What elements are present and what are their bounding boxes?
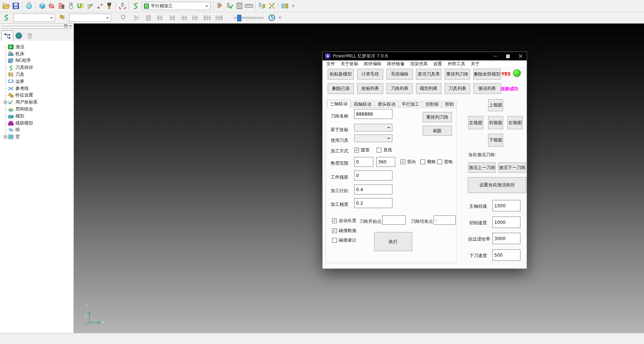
step-forward-icon[interactable] (167, 13, 177, 22)
toolpath-pattern-icon[interactable] (47, 1, 57, 11)
toolbar-close-icon[interactable]: ✕ (277, 15, 283, 20)
start-point-input[interactable] (382, 215, 406, 225)
tab-explorer-tree[interactable] (1, 31, 13, 41)
end-point-input[interactable] (434, 215, 456, 225)
pause-icon[interactable] (143, 13, 153, 22)
save-icon[interactable] (11, 1, 21, 11)
tab-explorer-trash[interactable] (24, 31, 35, 41)
toolpath-name-input[interactable] (354, 109, 392, 119)
menu-file[interactable]: 文件 (326, 61, 335, 67)
tree-item-nc-program[interactable]: NC程序 (0, 57, 74, 64)
tool-holder-icon[interactable] (104, 1, 114, 11)
coord-select[interactable] (354, 124, 392, 131)
view-top-button[interactable]: 上视图 (488, 99, 503, 111)
tab-help[interactable]: 帮助 (442, 101, 457, 108)
tree-item-group[interactable]: 组 (0, 127, 74, 134)
rearrange-button[interactable]: 重排列刀路 (423, 112, 452, 122)
speed-dial-icon[interactable] (267, 13, 277, 22)
calc-block-button[interactable]: 计算毛坯 (357, 69, 383, 80)
activate-prev-button[interactable]: 激活上一刀路 (468, 162, 496, 173)
view-right-button[interactable]: 右视图 (508, 116, 523, 129)
calculator-icon[interactable] (235, 1, 244, 11)
spindle-speed-input[interactable] (492, 200, 520, 211)
tree-item-pattern[interactable]: 参考线 (0, 85, 74, 92)
panel-grip[interactable]: × (0, 24, 74, 29)
tool-fire-icon[interactable] (216, 1, 225, 11)
rewind-icon[interactable] (179, 13, 188, 22)
toolbar-close-icon[interactable]: ✕ (290, 3, 296, 8)
go-start-icon[interactable] (202, 13, 212, 22)
tree-item-model[interactable]: 模型 (0, 113, 74, 120)
collision-avoid-checkbox[interactable]: 碰撞避让 (332, 237, 356, 243)
menu-render-sim[interactable]: 渲染仿真 (410, 61, 428, 67)
tool-library-button[interactable]: 星河刀具库 (416, 69, 441, 80)
climb-checkbox[interactable]: 顺铣 (420, 159, 436, 165)
tool-check-icon[interactable] (225, 1, 235, 11)
nc-list-icon[interactable] (57, 1, 66, 11)
tool-duo-icon[interactable] (280, 1, 290, 11)
menu-about[interactable]: 关于 (471, 61, 480, 67)
skim-feed-input[interactable] (492, 233, 520, 244)
model-list-button[interactable]: 模型列表 (416, 83, 441, 94)
tab-saw[interactable]: 切割锯 (423, 101, 442, 108)
tab-explorer-world[interactable] (13, 31, 24, 41)
menu-path-mirror[interactable]: 路径镜像 (387, 61, 405, 67)
menu-external-tools[interactable]: 外部工具 (448, 61, 465, 67)
open-folder-icon[interactable] (1, 1, 11, 11)
stock-input[interactable] (354, 171, 392, 180)
paste-new-model-button[interactable]: 粘贴新模型 (328, 69, 354, 80)
drive-list-button[interactable]: 驱动列表 (473, 83, 501, 94)
expand-icon[interactable] (4, 101, 7, 104)
tree-item-levels[interactable]: 层和组合 (0, 106, 74, 113)
tree-item-toolpath[interactable]: 刀具路径 (0, 64, 74, 71)
block-edit-button[interactable]: 毛坯编辑 (387, 69, 413, 80)
speed-slider[interactable] (234, 17, 263, 19)
bulb-icon[interactable] (118, 13, 128, 22)
toolpath-spiral-icon[interactable] (131, 1, 140, 11)
execute-button[interactable]: 执行 (374, 232, 412, 251)
tree-item-boundary[interactable]: 边界 (0, 78, 74, 85)
rearrange-toolpath-button[interactable]: 重排列刀路 (445, 69, 470, 80)
tab-parallel[interactable]: 平行加工 (399, 101, 422, 108)
angle-from-input[interactable] (354, 157, 373, 167)
sim-toolpath-select[interactable] (13, 14, 55, 22)
line-checkbox[interactable]: 直线 (377, 147, 392, 153)
tab-3axis[interactable]: 三轴联动 (327, 100, 351, 108)
tree-item-macro[interactable]: 宏 (0, 133, 74, 140)
tolerance-input[interactable] (354, 198, 392, 208)
bidirectional-checkbox[interactable]: 双向 (401, 159, 416, 165)
go-end-icon[interactable] (214, 13, 224, 22)
ruler-icon[interactable] (244, 1, 254, 11)
tool-select[interactable] (354, 134, 392, 142)
tab-swivel[interactable]: 摆头联动 (375, 101, 398, 108)
maximize-button[interactable] (502, 52, 514, 60)
auto-length-checkbox[interactable]: 自动长度 (332, 218, 356, 224)
activate-next-button[interactable]: 激活下一刀路 (498, 162, 526, 173)
view-left-button[interactable]: 左视图 (468, 116, 483, 129)
collision-check-checkbox[interactable]: 碰撞检测 (332, 228, 356, 234)
delete-selected-button[interactable]: 删除已选 (328, 83, 354, 94)
tool-pair-icon[interactable] (257, 1, 267, 11)
circular-checkbox[interactable]: 圆形 (354, 147, 370, 153)
set-active-path-button[interactable]: 设置当前激活路径 (468, 177, 526, 193)
minimize-button[interactable] (489, 52, 502, 60)
panel-close-icon[interactable]: × (69, 24, 72, 28)
stepover-input[interactable] (354, 185, 392, 194)
plunge-feed-input[interactable] (492, 249, 520, 261)
collision-check-icon[interactable] (76, 1, 85, 11)
coord-list-button[interactable]: 坐标列表 (357, 83, 383, 94)
speed-slider-handle[interactable] (237, 15, 241, 21)
view-front-button[interactable]: 前视图 (488, 116, 503, 129)
menu-path-edit[interactable]: 路径编辑 (364, 61, 381, 67)
tree-item-feature-set[interactable]: 特征设置 (0, 92, 74, 99)
close-button[interactable] (514, 52, 527, 60)
block-model-icon[interactable] (38, 1, 47, 11)
tab-4axis[interactable]: 四轴联动 (351, 101, 374, 108)
point-distribution-icon[interactable] (95, 1, 104, 11)
angle-to-input[interactable] (376, 157, 395, 167)
tree-item-workplane[interactable]: 用户坐标系 (0, 99, 74, 106)
panel-float-icon[interactable] (64, 24, 68, 28)
conventional-checkbox[interactable]: 逆铣 (437, 159, 453, 165)
toolpath-list-button[interactable]: 刀路列表 (387, 83, 413, 94)
fast-forward-icon[interactable] (191, 13, 200, 22)
